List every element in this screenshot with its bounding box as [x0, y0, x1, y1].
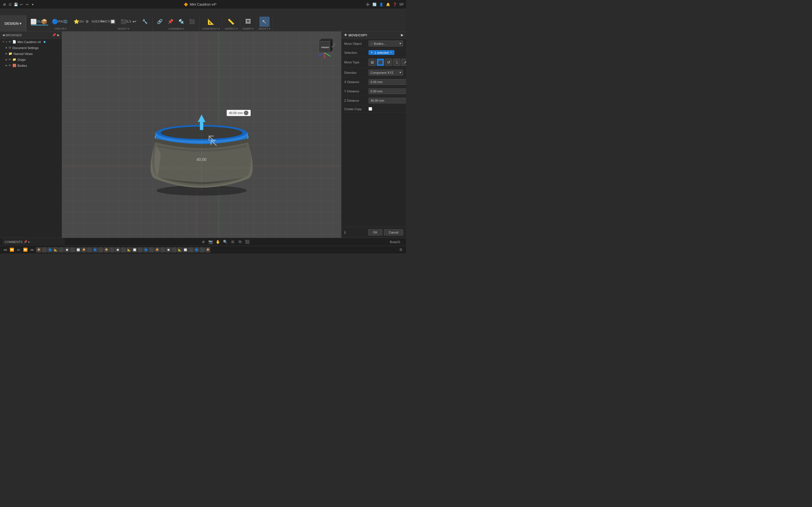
new-component-btn[interactable]: ⬜ — [29, 17, 39, 27]
cylinder-btn[interactable]: 🔵 — [50, 17, 60, 27]
panel-expand-icon[interactable]: ▶ — [401, 33, 403, 37]
eye-icon[interactable]: 👁 — [8, 58, 11, 61]
design-button[interactable]: DESIGN ▾ — [0, 15, 26, 32]
view-cube-btn[interactable]: 🗱 — [237, 239, 243, 245]
cancel-button[interactable]: Cancel — [384, 229, 403, 235]
more-create-btn[interactable]: ⚙ — [82, 17, 92, 27]
eye-icon[interactable]: 👁 — [8, 64, 11, 67]
assemble-btn1[interactable]: 🔗 — [155, 17, 165, 27]
zoom-btn[interactable]: 🔍 — [222, 239, 228, 245]
timeline-item[interactable]: ⬛ — [59, 247, 64, 252]
timeline-item[interactable]: 🔵 — [93, 247, 98, 252]
timeline-item[interactable]: 🔵 — [47, 247, 52, 252]
modify-label[interactable]: MODIFY ▾ — [117, 27, 130, 31]
timeline-item[interactable]: ⬛ — [87, 247, 92, 252]
timeline-item[interactable]: 📦 — [81, 247, 86, 252]
inspect-label[interactable]: INSPECT ▾ — [225, 27, 238, 31]
timeline-item[interactable]: ⬛ — [188, 247, 193, 252]
timeline-item[interactable]: ⬛ — [149, 247, 154, 252]
notification-icon[interactable]: 🔔 — [386, 2, 390, 7]
user-icon[interactable]: 👤 — [379, 2, 384, 7]
browser-item-origin[interactable]: ▶ 👁 📁 Origin — [0, 57, 62, 62]
timeline-item[interactable]: 📦 — [154, 247, 160, 252]
fillet-btn[interactable]: 🔲 — [108, 17, 118, 27]
timeline-prev-btn[interactable]: ⏪ — [9, 247, 15, 252]
dim-more-btn[interactable]: ⋯ — [244, 111, 248, 115]
timeline-item[interactable]: ⬜ — [183, 247, 188, 252]
ok-button[interactable]: OK — [368, 229, 382, 235]
combine-btn[interactable]: 🔧 — [140, 17, 150, 27]
display-btn[interactable]: ⬛ — [245, 239, 250, 245]
browser-item-namedviews[interactable]: ▶ 📁 Named Views — [0, 51, 62, 57]
timeline-item[interactable]: ⬛ — [42, 247, 47, 252]
insert-label[interactable]: INSERT ▾ — [243, 27, 254, 31]
assemble-btn2[interactable]: 📌 — [165, 17, 175, 27]
browser-item-docsettings[interactable]: ▶ ⚙ Document Settings — [0, 45, 62, 51]
timeline-item[interactable]: 📐 — [53, 247, 58, 252]
select-label[interactable]: SELECT ▾ — [259, 27, 270, 31]
timeline-item[interactable]: 📦 — [104, 247, 109, 252]
snap-btn[interactable]: ⊕ — [200, 239, 206, 245]
redo-icon[interactable]: ↪ — [25, 2, 29, 7]
pan-btn[interactable]: ✋ — [215, 239, 221, 245]
press-pull-btn[interactable]: ✏ — [97, 17, 107, 27]
move-type-point-btn[interactable]: ⤵ — [393, 59, 400, 66]
timeline-item[interactable]: 🔲 — [166, 247, 171, 252]
browser-collapse-icon[interactable]: ◀ — [2, 33, 4, 37]
grid-btn[interactable]: ⊞ — [230, 239, 236, 245]
capture-btn[interactable]: 📷 — [208, 239, 213, 245]
clear-selection-btn[interactable]: ✕ — [390, 51, 392, 54]
box-btn[interactable]: 📦 — [39, 17, 49, 27]
timeline-item[interactable]: ⬜ — [132, 247, 137, 252]
timeline-item[interactable]: 🔵 — [194, 247, 199, 252]
timeline-item[interactable]: 📦 — [36, 247, 41, 252]
timeline-item[interactable]: 🔲 — [115, 247, 120, 252]
timeline-item[interactable]: ⬛ — [200, 247, 205, 252]
shell-btn[interactable]: ↩ — [129, 17, 139, 27]
account-icon[interactable]: SP — [399, 2, 404, 7]
create-label[interactable]: CREATE ▾ — [54, 27, 66, 31]
viewport-gizmo[interactable]: FRONT RIGHT Z — [313, 37, 336, 60]
timeline-item[interactable]: ⬛ — [70, 247, 75, 252]
extrude-btn[interactable]: ⭐ — [71, 17, 82, 27]
undo-icon[interactable]: ↩ — [19, 2, 24, 7]
move-object-dropdown[interactable]: ☐ Bodies... ▾ — [368, 41, 403, 47]
construct-btn[interactable]: 📐 — [206, 17, 216, 27]
timeline-item[interactable]: ⬛ — [171, 247, 176, 252]
timeline-item[interactable]: ⬛ — [160, 247, 165, 252]
z-dist-input[interactable] — [368, 98, 406, 103]
more-icon[interactable]: ▾ — [31, 2, 35, 7]
add-tab-icon[interactable]: ➕ — [365, 2, 370, 7]
info-icon[interactable]: ℹ — [344, 230, 346, 235]
timeline-item[interactable]: 📦 — [205, 247, 210, 252]
comments-label[interactable]: COMMENTS — [4, 240, 22, 244]
app-grid-icon[interactable]: ⊡ — [8, 2, 12, 7]
timeline-end-btn[interactable]: ⏭ — [29, 247, 35, 252]
assemble-label[interactable]: ASSEMBLE ▾ — [168, 27, 184, 31]
timeline-item[interactable]: ⬛ — [121, 247, 126, 252]
insert-btn[interactable]: 🖼 — [243, 17, 253, 27]
sync-icon[interactable]: 🔄 — [372, 2, 377, 7]
timeline-item[interactable]: 📐 — [126, 247, 132, 252]
move-type-translate-btn[interactable]: ⬛ — [377, 59, 384, 66]
timeline-item[interactable]: 📐 — [177, 247, 182, 252]
move-type-free-btn[interactable]: ⊞ — [368, 59, 376, 66]
viewport[interactable]: 40.00 40.00 mm ⋯ FRONT RIGHT Z — [62, 32, 341, 238]
y-dist-input[interactable] — [368, 89, 406, 94]
timeline-settings-btn[interactable]: ⚙ — [398, 247, 404, 252]
assemble-btn4[interactable]: ⬛ — [187, 17, 197, 27]
comments-expand-icon[interactable]: ▶ — [28, 240, 31, 243]
comments-pin-icon[interactable]: 📌 — [24, 240, 27, 243]
timeline-item[interactable]: ⬛ — [138, 247, 143, 252]
chamfer-btn[interactable]: ⬛ — [118, 17, 129, 27]
browser-expand-icon[interactable]: ▶ — [57, 33, 59, 37]
assemble-btn3[interactable]: 🔩 — [176, 17, 186, 27]
eye-icon[interactable]: 👁 — [8, 40, 11, 43]
timeline-item[interactable]: ⬜ — [75, 247, 81, 252]
construct-label[interactable]: CONSTRUCT ▾ — [202, 27, 220, 31]
select-btn[interactable]: ↖ — [259, 17, 269, 27]
browser-item-root[interactable]: ▼ ● 👁 📄 Mini Cauldron v4 ⏺ — [0, 39, 62, 45]
move-type-along-btn[interactable]: ↗ — [401, 59, 406, 66]
app-menu-icon[interactable]: ⊞ — [2, 2, 7, 7]
inspect-btn[interactable]: 📏 — [226, 17, 236, 27]
